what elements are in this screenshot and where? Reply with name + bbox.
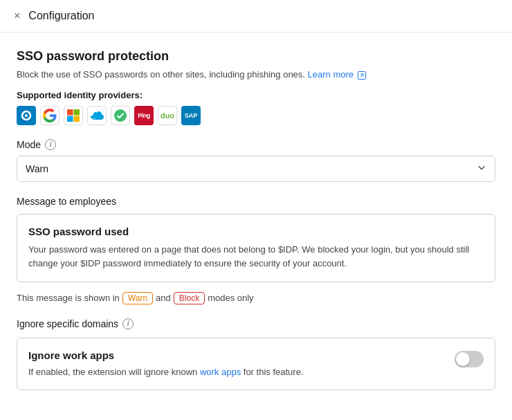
mode-info-icon[interactable]: i <box>45 139 56 150</box>
dialog-header: × Configuration <box>0 0 512 33</box>
providers-list: Ping duo SAP <box>17 106 495 125</box>
main-content: SSO password protection Block the use of… <box>0 33 512 407</box>
sso-section-title: SSO password protection <box>17 49 495 64</box>
modes-note: This message is shown in Warn and Block … <box>17 292 495 304</box>
provider-sap: SAP <box>181 106 201 125</box>
ignore-info-icon[interactable]: i <box>122 318 134 329</box>
ignore-box-row: Ignore work apps If enabled, the extensi… <box>28 349 484 379</box>
providers-label: Supported identity providers: <box>17 90 495 100</box>
mode-label: Mode <box>17 139 41 150</box>
sso-description: Block the use of SSO passwords on other … <box>17 68 495 82</box>
svg-rect-5 <box>74 109 80 116</box>
provider-ping: Ping <box>134 106 154 125</box>
ignore-box-title: Ignore work apps <box>28 349 444 361</box>
ignore-section-title: Ignore specific domains <box>17 318 118 329</box>
ignore-work-apps-toggle[interactable] <box>455 351 484 367</box>
block-badge: Block <box>174 292 205 304</box>
svg-point-8 <box>114 109 127 122</box>
provider-okta <box>17 106 36 125</box>
mode-select[interactable]: Off Warn Block <box>17 156 495 182</box>
ignore-box-text: Ignore work apps If enabled, the extensi… <box>28 349 444 379</box>
ignore-box-desc: If enabled, the extension will ignore kn… <box>28 365 444 379</box>
message-label: Message to employees <box>17 196 495 207</box>
svg-point-3 <box>25 114 28 117</box>
svg-line-1 <box>360 74 363 77</box>
mode-select-wrapper: Off Warn Block <box>17 156 495 182</box>
warn-badge: Warn <box>122 292 153 304</box>
learn-more-link[interactable]: Learn more <box>308 69 366 80</box>
ignore-work-apps-box: Ignore work apps If enabled, the extensi… <box>17 338 495 391</box>
toggle-thumb <box>456 352 470 366</box>
provider-google <box>40 106 60 125</box>
external-link-icon <box>358 71 366 80</box>
toggle-track[interactable] <box>455 351 484 367</box>
message-box: SSO password used Your password was ente… <box>17 214 495 282</box>
svg-rect-7 <box>74 116 80 122</box>
svg-rect-6 <box>67 116 73 122</box>
mode-row: Mode i <box>17 139 495 150</box>
svg-rect-4 <box>67 109 73 116</box>
svg-text:duo: duo <box>161 111 174 120</box>
provider-microsoft <box>64 106 83 125</box>
dialog-title: Configuration <box>28 10 94 22</box>
message-box-title: SSO password used <box>28 226 484 237</box>
message-box-body: Your password was entered on a page that… <box>28 243 484 271</box>
provider-salesforce <box>87 106 107 125</box>
provider-rippling <box>111 106 130 125</box>
provider-duo: duo <box>158 106 177 125</box>
close-icon[interactable]: × <box>14 10 20 21</box>
ignore-section-header: Ignore specific domains i <box>17 318 495 329</box>
work-apps-link[interactable]: work apps <box>200 367 241 377</box>
